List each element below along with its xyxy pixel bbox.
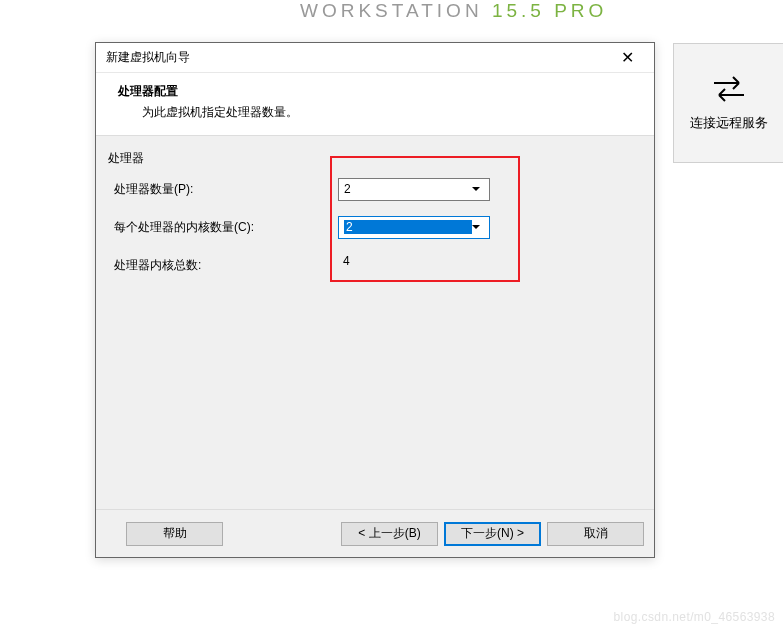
dialog-header-title: 处理器配置	[118, 83, 644, 100]
processors-count-select[interactable]: 2	[338, 178, 490, 201]
chevron-down-icon	[472, 225, 480, 229]
cancel-button[interactable]: 取消	[547, 522, 644, 546]
processors-count-label: 处理器数量(P):	[108, 181, 338, 198]
connect-remote-server-tile[interactable]: 连接远程服务	[673, 43, 783, 163]
help-button[interactable]: 帮助	[126, 522, 223, 546]
next-button[interactable]: 下一步(N) >	[444, 522, 541, 546]
processors-count-row: 处理器数量(P): 2	[108, 177, 642, 201]
total-cores-label: 处理器内核总数:	[108, 257, 338, 274]
cores-per-processor-value: 2	[344, 220, 472, 234]
dialog-header-subtitle: 为此虚拟机指定处理器数量。	[118, 104, 644, 121]
processor-group-legend: 处理器	[108, 150, 642, 167]
dialog-header: 处理器配置 为此虚拟机指定处理器数量。	[96, 73, 654, 136]
cores-per-processor-label: 每个处理器的内核数量(C):	[108, 219, 338, 236]
background-app-title: WORKSTATION 15.5 PRO	[300, 0, 607, 22]
processors-count-value: 2	[344, 182, 472, 196]
close-icon: ✕	[621, 49, 634, 66]
close-button[interactable]: ✕	[611, 46, 644, 69]
dialog-titlebar: 新建虚拟机向导 ✕	[96, 43, 654, 73]
connect-remote-label: 连接远程服务	[690, 114, 768, 132]
watermark: blog.csdn.net/m0_46563938	[614, 610, 775, 624]
total-cores-value: 4	[338, 254, 490, 277]
back-button[interactable]: < 上一步(B)	[341, 522, 438, 546]
dialog-body: 处理器 处理器数量(P): 2 每个处理器的内核数量(C): 2 处理器内核总数…	[96, 136, 654, 509]
dialog-title: 新建虚拟机向导	[106, 49, 190, 66]
cores-per-processor-select[interactable]: 2	[338, 216, 490, 239]
chevron-down-icon	[472, 187, 480, 191]
cores-per-processor-row: 每个处理器的内核数量(C): 2	[108, 215, 642, 239]
swap-arrows-icon	[711, 74, 747, 104]
total-cores-row: 处理器内核总数: 4	[108, 253, 642, 277]
new-vm-wizard-dialog: 新建虚拟机向导 ✕ 处理器配置 为此虚拟机指定处理器数量。 处理器 处理器数量(…	[95, 42, 655, 558]
dialog-footer: 帮助 < 上一步(B) 下一步(N) > 取消	[96, 509, 654, 557]
